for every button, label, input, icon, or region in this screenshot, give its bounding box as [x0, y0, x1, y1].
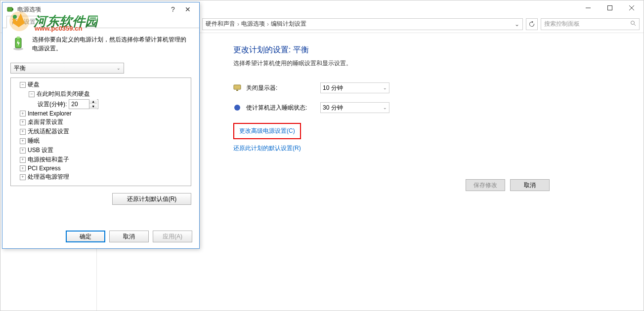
- page-description: 选择希望计算机使用的睡眠设置和显示设置。: [233, 59, 579, 68]
- tree-item-hard-disk[interactable]: −硬盘: [12, 80, 190, 89]
- tree-item-power-button[interactable]: +电源按钮和盖子: [12, 155, 190, 164]
- minimize-button[interactable]: [577, 1, 599, 15]
- svg-rect-6: [234, 85, 241, 89]
- maximize-button[interactable]: [599, 1, 621, 15]
- chevron-right-icon: ›: [237, 21, 239, 28]
- setting-label: 使计算机进入睡眠状态:: [246, 104, 320, 112]
- highlight-annotation: 更改高级电源设置(C): [233, 123, 301, 139]
- close-button[interactable]: ✕: [180, 5, 195, 13]
- expand-icon[interactable]: +: [20, 129, 26, 135]
- tree-item-ie[interactable]: +Internet Explorer: [12, 110, 190, 117]
- save-button: 保存修改: [466, 179, 505, 191]
- svg-point-8: [234, 105, 240, 111]
- minutes-input[interactable]: [69, 101, 89, 108]
- tree-item-cpu[interactable]: +处理器电源管理: [12, 172, 190, 182]
- link-restore-defaults[interactable]: 还原此计划的默认设置(R): [233, 144, 301, 153]
- expand-icon[interactable]: +: [20, 111, 26, 117]
- svg-rect-9: [7, 7, 12, 11]
- display-timeout-select[interactable]: 10 分钟⌄: [320, 82, 389, 93]
- settings-tree[interactable]: −硬盘 −在此时间后关闭硬盘 设置(分钟): ▲▼ +Internet Expl…: [10, 78, 191, 186]
- setting-label: 关闭显示器:: [246, 84, 320, 92]
- setting-row-display: 关闭显示器: 10 分钟⌄: [233, 82, 579, 93]
- chevron-down-icon[interactable]: ⌄: [515, 21, 519, 28]
- expand-icon[interactable]: +: [20, 148, 26, 154]
- battery-large-icon: [10, 35, 26, 51]
- link-advanced-power[interactable]: 更改高级电源设置(C): [239, 127, 295, 135]
- apply-button: 应用(A): [153, 231, 192, 242]
- svg-rect-13: [17, 37, 20, 39]
- tree-item-desktop-bg[interactable]: +桌面背景设置: [12, 117, 190, 127]
- close-button[interactable]: [621, 1, 643, 15]
- tree-item-wireless[interactable]: +无线适配器设置: [12, 127, 190, 136]
- collapse-icon[interactable]: −: [29, 91, 35, 97]
- chevron-down-icon: ⌄: [383, 105, 387, 110]
- refresh-icon: [529, 21, 535, 27]
- power-options-dialog: 电源选项 ? ✕ 高级设置 选择你要自定义的电源计划，然后选择你希望计算机管理的…: [2, 2, 200, 249]
- svg-rect-7: [236, 90, 238, 91]
- expand-icon[interactable]: +: [20, 119, 26, 125]
- dialog-tabstrip: 高级设置: [2, 16, 199, 28]
- spin-up[interactable]: ▲: [89, 99, 97, 104]
- help-button[interactable]: ?: [166, 5, 180, 13]
- setting-row-sleep: 使计算机进入睡眠状态: 30 分钟⌄: [233, 102, 579, 113]
- watermark-url: www.pc0359.cn: [35, 25, 82, 32]
- restore-defaults-button[interactable]: 还原计划默认值(R): [112, 193, 191, 205]
- refresh-button[interactable]: [526, 18, 538, 30]
- chevron-right-icon: ›: [267, 21, 269, 28]
- cancel-button[interactable]: 取消: [109, 231, 149, 242]
- svg-line-5: [634, 24, 636, 26]
- sleep-timeout-select[interactable]: 30 分钟⌄: [320, 102, 389, 113]
- spin-down[interactable]: ▼: [89, 104, 97, 109]
- search-input[interactable]: 搜索控制面板: [541, 18, 640, 30]
- minutes-spinner[interactable]: ▲▼: [69, 99, 98, 109]
- svg-rect-10: [12, 8, 13, 10]
- battery-icon: [6, 5, 14, 13]
- dialog-titlebar: 电源选项 ? ✕: [2, 2, 199, 16]
- monitor-icon: [233, 84, 241, 92]
- tree-item-pci[interactable]: +PCI Express: [12, 164, 190, 172]
- dialog-description: 选择你要自定义的电源计划，然后选择你希望计算机管理的电源设置。: [32, 35, 191, 53]
- collapse-icon[interactable]: −: [20, 82, 26, 88]
- tree-item-usb[interactable]: +USB 设置: [12, 146, 190, 155]
- tree-item-sleep[interactable]: +睡眠: [12, 136, 190, 146]
- breadcrumb-item[interactable]: 编辑计划设置: [271, 20, 306, 28]
- expand-icon[interactable]: +: [20, 138, 26, 144]
- expand-icon[interactable]: +: [20, 157, 26, 163]
- dialog-title: 电源选项: [17, 5, 166, 14]
- moon-icon: [233, 104, 241, 112]
- search-placeholder: 搜索控制面板: [544, 20, 580, 28]
- page-title: 更改计划的设置: 平衡: [233, 45, 579, 55]
- cancel-button[interactable]: 取消: [510, 179, 550, 191]
- power-plan-select[interactable]: 平衡 ⌄: [10, 63, 124, 74]
- breadcrumb[interactable]: 硬件和声音 › 电源选项 › 编辑计划设置 ⌄: [202, 18, 523, 30]
- svg-rect-1: [608, 6, 612, 10]
- expand-icon[interactable]: +: [20, 165, 26, 171]
- ok-button[interactable]: 确定: [66, 231, 105, 242]
- breadcrumb-item[interactable]: 电源选项: [241, 20, 265, 28]
- expand-icon[interactable]: +: [20, 174, 26, 180]
- search-icon: [630, 20, 636, 28]
- breadcrumb-item[interactable]: 硬件和声音: [206, 20, 235, 28]
- tree-item-turn-off-disk[interactable]: −在此时间后关闭硬盘: [12, 89, 190, 99]
- tree-item-setting-minutes: 设置(分钟): ▲▼: [12, 99, 190, 110]
- svg-point-4: [631, 21, 635, 25]
- chevron-down-icon: ⌄: [117, 66, 121, 71]
- chevron-down-icon: ⌄: [383, 85, 387, 90]
